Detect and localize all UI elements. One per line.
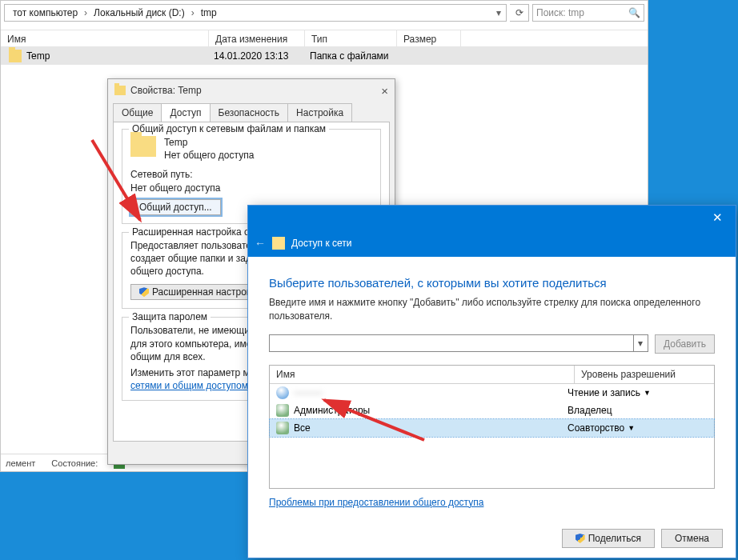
share-confirm-button[interactable]: Поделиться xyxy=(562,529,655,548)
group-title: Общий доступ к сетевым файлам и папкам xyxy=(129,123,329,134)
file-row-temp[interactable]: Temp 14.01.2020 13:13 Папка с файлами xyxy=(1,47,648,65)
no-share-text: Нет общего доступа xyxy=(164,149,254,162)
trouble-row: Проблемы при предоставлении общего досту… xyxy=(269,497,715,508)
share-footer: Поделиться Отмена xyxy=(562,529,723,548)
address-bar: тот компьютер › Локальный диск (D:) › tm… xyxy=(1,1,648,25)
share-desc: Введите имя и нажмите кнопку "Добавить" … xyxy=(269,296,715,323)
group-title: Защита паролем xyxy=(129,311,211,322)
search-input[interactable]: Поиск: tmp 🔍 xyxy=(532,4,644,22)
user-input[interactable]: ▾ xyxy=(269,334,648,352)
dropdown-icon[interactable]: ▾ xyxy=(633,335,648,351)
crumb-3[interactable]: tmp xyxy=(196,7,222,18)
share-body: Выберите пользователей, с которыми вы хо… xyxy=(248,257,736,518)
chevron-down-icon: ▼ xyxy=(644,389,651,397)
row-date: 14.01.2020 13:13 xyxy=(214,50,310,62)
col-perm[interactable]: Уровень разрешений xyxy=(574,366,714,383)
tab-security[interactable]: Безопасность xyxy=(210,103,289,122)
user-row[interactable]: ———Чтение и запись ▼ xyxy=(270,384,714,402)
share-heading: Выберите пользователей, с которыми вы хо… xyxy=(269,276,715,290)
tabs: Общие Доступ Безопасность Настройка xyxy=(113,103,390,122)
add-button[interactable]: Добавить xyxy=(655,334,715,354)
folder-icon xyxy=(130,136,156,157)
user-name: Все xyxy=(294,422,311,434)
crumb-1[interactable]: тот компьютер xyxy=(8,7,82,18)
user-name: Администраторы xyxy=(294,405,370,416)
add-user-row: ▾ Добавить xyxy=(269,334,715,354)
back-icon[interactable]: ← xyxy=(255,237,266,250)
row-name: Temp xyxy=(26,50,214,62)
folder-name: Temp xyxy=(164,136,254,149)
share-titlebar[interactable]: ✕ xyxy=(248,206,736,230)
breadcrumb[interactable]: тот компьютер › Локальный диск (D:) › tm… xyxy=(4,4,507,22)
close-icon[interactable]: × xyxy=(381,84,388,98)
properties-titlebar[interactable]: Свойства: Temp × xyxy=(108,79,395,102)
cancel-button[interactable]: Отмена xyxy=(661,529,723,548)
user-list: Имя Уровень разрешений ———Чтение и запис… xyxy=(269,365,715,489)
permission-cell[interactable]: Соавторство ▼ xyxy=(568,422,708,434)
network-share-dialog: ✕ ← Доступ к сети Выберите пользователей… xyxy=(247,205,736,558)
chevron-right-icon: › xyxy=(190,7,196,18)
tab-general[interactable]: Общие xyxy=(113,103,162,122)
close-button[interactable]: ✕ xyxy=(699,206,736,230)
refresh-button[interactable]: ⟳ xyxy=(510,4,529,22)
user-row[interactable]: АдминистраторыВладелец xyxy=(270,402,714,419)
wizard-icon xyxy=(272,237,285,250)
status-state-label: Состояние: xyxy=(51,458,98,468)
properties-title: Свойства: Temp xyxy=(130,85,202,96)
status-elements: лемент xyxy=(6,458,35,468)
col-date[interactable]: Дата изменения xyxy=(209,30,305,46)
netpath-value: Нет общего доступа xyxy=(130,182,372,194)
chevron-right-icon: › xyxy=(82,7,89,18)
shield-icon xyxy=(576,534,585,543)
share-header: ← Доступ к сети xyxy=(248,230,736,257)
share-button[interactable]: Общий доступ... xyxy=(130,199,221,215)
folder-icon xyxy=(9,50,22,62)
trouble-link[interactable]: Проблемы при предоставлении общего досту… xyxy=(269,497,483,508)
crumb-2[interactable]: Локальный диск (D:) xyxy=(89,7,190,18)
chevron-down-icon[interactable]: ▾ xyxy=(495,7,503,18)
col-size[interactable]: Размер xyxy=(397,30,461,46)
user-name: ——— xyxy=(294,387,323,398)
tab-settings[interactable]: Настройка xyxy=(287,103,352,122)
search-icon: 🔍 xyxy=(628,7,640,18)
tab-access[interactable]: Доступ xyxy=(161,103,210,122)
search-placeholder: Поиск: tmp xyxy=(536,7,584,18)
row-type: Папка с файлами xyxy=(310,50,402,62)
permission-cell[interactable]: Владелец xyxy=(568,405,708,416)
group-icon xyxy=(276,422,289,434)
list-header: Имя Уровень разрешений xyxy=(270,366,714,384)
chevron-down-icon: ▼ xyxy=(628,424,635,432)
col-name[interactable]: Имя xyxy=(1,30,209,46)
group-icon xyxy=(276,404,289,417)
col-name[interactable]: Имя xyxy=(270,366,574,383)
folder-icon xyxy=(114,86,126,95)
column-headers: Имя Дата изменения Тип Размер xyxy=(1,30,648,47)
user-row[interactable]: ВсеСоавторство ▼ xyxy=(270,419,714,437)
netpath-label: Сетевой путь: xyxy=(130,168,372,181)
share-btn-label: Поделиться xyxy=(588,533,641,544)
wizard-title: Доступ к сети xyxy=(291,238,351,249)
user-icon xyxy=(276,386,289,399)
shield-icon xyxy=(139,287,149,297)
col-type[interactable]: Тип xyxy=(305,30,397,46)
permission-cell[interactable]: Чтение и запись ▼ xyxy=(568,387,708,398)
